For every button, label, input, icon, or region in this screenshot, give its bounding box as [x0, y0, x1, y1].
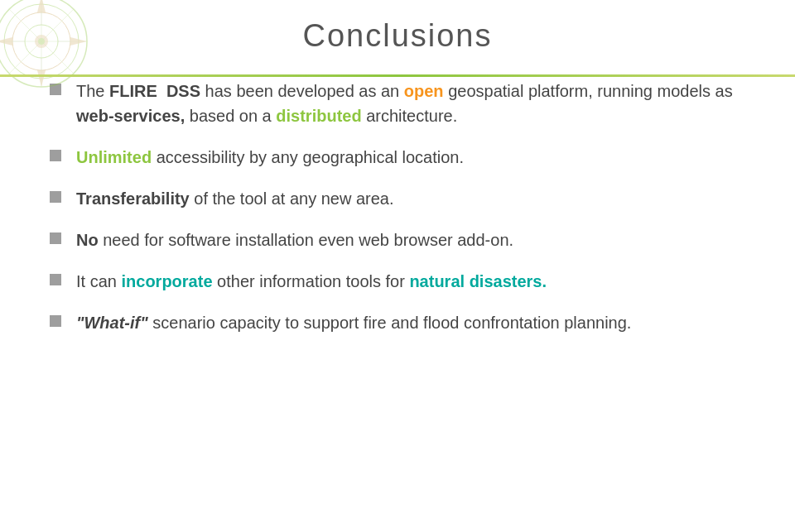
no-text: No: [76, 231, 99, 249]
what-if-text: "What-if": [76, 314, 148, 332]
bullet-item-2: Unlimited accessibility by any geographi…: [50, 145, 745, 170]
svg-point-13: [38, 38, 45, 45]
bullet-item-4: No need for software installation even w…: [50, 228, 745, 252]
bullet-text-6: "What-if" scenario capacity to support f…: [76, 310, 745, 335]
bullet-item-6: "What-if" scenario capacity to support f…: [50, 310, 745, 335]
watermark-decoration: [0, 0, 91, 91]
page-title: Conclusions: [0, 0, 795, 54]
bullet-square-4: [50, 232, 61, 244]
bullet-square-6: [50, 315, 61, 327]
bullet-item-5: It can incorporate other information too…: [50, 269, 745, 294]
svg-marker-10: [0, 37, 12, 46]
bullet-square-3: [50, 191, 61, 203]
flire-dss-text: FLIRE DSS: [109, 82, 200, 100]
incorporate-highlight: incorporate: [121, 272, 212, 290]
top-separator-line: [0, 74, 795, 77]
bullet-text-3: Transferability of the tool at any new a…: [76, 186, 745, 211]
bullet-square-5: [50, 274, 61, 285]
open-highlight: open: [404, 82, 444, 100]
bullet-text-4: No need for software installation even w…: [76, 228, 745, 252]
svg-marker-8: [37, 0, 46, 12]
bullet-item-3: Transferability of the tool at any new a…: [50, 186, 745, 211]
bullet-text-2: Unlimited accessibility by any geographi…: [76, 145, 745, 170]
bullet-text-5: It can incorporate other information too…: [76, 269, 745, 294]
bullet-item-1: The FLIRE DSS has been developed as an o…: [50, 79, 745, 128]
bullet-square-2: [50, 150, 61, 161]
natural-disasters-highlight: natural disasters.: [409, 272, 547, 290]
web-services-text: web-services,: [76, 107, 185, 125]
transferability-text: Transferability: [76, 189, 190, 208]
bullet-text-1: The FLIRE DSS has been developed as an o…: [76, 79, 745, 128]
content-area: The FLIRE DSS has been developed as an o…: [0, 54, 795, 368]
distributed-highlight: distributed: [276, 107, 361, 125]
unlimited-highlight: Unlimited: [76, 148, 152, 166]
